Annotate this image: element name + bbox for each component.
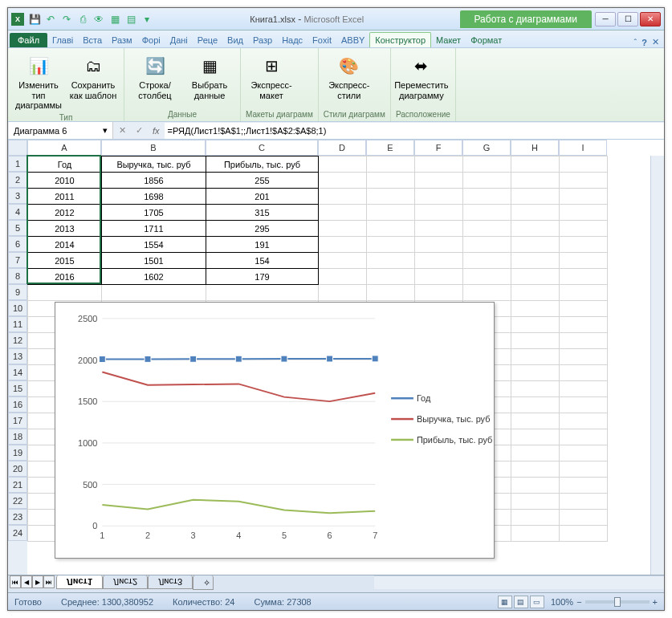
- cell[interactable]: [511, 494, 560, 510]
- row-header[interactable]: 15: [8, 380, 27, 396]
- cell[interactable]: [511, 189, 560, 205]
- cell[interactable]: [560, 365, 608, 381]
- cell[interactable]: 1705: [102, 205, 206, 221]
- cell[interactable]: 179: [206, 269, 319, 285]
- zoom-in-icon[interactable]: +: [653, 597, 658, 607]
- fx-icon[interactable]: fx: [148, 126, 165, 136]
- tab-review[interactable]: Реце: [193, 33, 222, 47]
- enter-icon[interactable]: ✓: [131, 125, 148, 136]
- row-header[interactable]: 14: [8, 364, 27, 380]
- tab-home[interactable]: Главі: [47, 33, 78, 47]
- cell[interactable]: Год: [28, 157, 102, 173]
- first-sheet-icon[interactable]: ⏮: [10, 575, 21, 588]
- cell[interactable]: [511, 205, 560, 221]
- cell[interactable]: [560, 397, 608, 413]
- col-header-c[interactable]: C: [206, 140, 318, 156]
- last-sheet-icon[interactable]: ⏭: [43, 575, 55, 588]
- row-header[interactable]: 18: [8, 429, 27, 445]
- cell[interactable]: [560, 526, 608, 542]
- cell[interactable]: [463, 157, 511, 173]
- cell[interactable]: [206, 285, 319, 301]
- cell[interactable]: [560, 429, 608, 445]
- col-header-b[interactable]: B: [101, 140, 206, 156]
- tab-foxit[interactable]: Foxit: [307, 33, 336, 47]
- sheet-tab-3[interactable]: Лист3: [148, 575, 193, 589]
- tab-format[interactable]: Формат: [466, 33, 507, 47]
- row-header[interactable]: 3: [8, 188, 27, 204]
- cell[interactable]: [560, 445, 608, 461]
- maximize-button[interactable]: ☐: [617, 12, 638, 26]
- cell[interactable]: [319, 189, 367, 205]
- cell[interactable]: 154: [206, 253, 319, 269]
- cancel-icon[interactable]: ✕: [114, 125, 131, 136]
- new-icon[interactable]: ▦: [108, 12, 122, 26]
- next-sheet-icon[interactable]: ▶: [32, 575, 43, 588]
- save-template-button[interactable]: 🗂Сохранить как шаблон: [67, 51, 119, 102]
- col-header-a[interactable]: A: [27, 140, 101, 156]
- cell[interactable]: [463, 269, 511, 285]
- save-icon[interactable]: 💾: [27, 12, 42, 26]
- cell[interactable]: [415, 205, 463, 221]
- cell[interactable]: [415, 237, 463, 253]
- cell[interactable]: [511, 301, 560, 317]
- zoom-control[interactable]: 100% − +: [551, 597, 658, 607]
- zoom-out-icon[interactable]: −: [576, 597, 581, 607]
- cell[interactable]: [560, 333, 608, 349]
- cell[interactable]: [319, 285, 367, 301]
- cell[interactable]: [319, 253, 367, 269]
- switch-row-col-button[interactable]: 🔄Строка/столбец: [129, 51, 181, 102]
- cell[interactable]: [367, 157, 415, 173]
- cell[interactable]: 315: [206, 205, 319, 221]
- col-header-e[interactable]: E: [366, 140, 414, 156]
- cell[interactable]: [511, 413, 560, 429]
- tab-file[interactable]: Файл: [10, 33, 47, 47]
- cell[interactable]: [560, 237, 608, 253]
- cell[interactable]: Выручка, тыс. руб: [102, 157, 206, 173]
- page-layout-icon[interactable]: ▤: [514, 596, 528, 608]
- cell[interactable]: Прибыль, тыс. руб: [206, 157, 319, 173]
- grid-area[interactable]: ГодВыручка, тыс. рубПрибыль, тыс. руб201…: [27, 156, 664, 575]
- cell[interactable]: [560, 317, 608, 333]
- vertical-scrollbar[interactable]: [650, 156, 664, 575]
- cell[interactable]: [511, 445, 560, 461]
- cell[interactable]: 1602: [102, 269, 206, 285]
- cell[interactable]: [511, 381, 560, 397]
- open-icon[interactable]: ▤: [124, 12, 138, 26]
- row-header[interactable]: 7: [8, 252, 27, 268]
- cell[interactable]: [560, 253, 608, 269]
- quick-layout-button[interactable]: ⊞Экспресс-макет: [246, 51, 297, 102]
- cell[interactable]: 1711: [102, 221, 206, 237]
- embedded-chart[interactable]: 050010001500200025001234567ГодВыручка, т…: [55, 302, 495, 559]
- cell[interactable]: [102, 285, 206, 301]
- cell[interactable]: [511, 429, 560, 445]
- cell[interactable]: [367, 253, 415, 269]
- cell[interactable]: [511, 253, 560, 269]
- cell[interactable]: [463, 237, 511, 253]
- sheet-nav-buttons[interactable]: ⏮◀▶⏭: [10, 575, 55, 588]
- tab-design[interactable]: Конструктор: [369, 32, 431, 47]
- col-header-g[interactable]: G: [462, 140, 511, 156]
- horizontal-scrollbar[interactable]: [374, 575, 664, 589]
- cell[interactable]: [560, 478, 608, 494]
- row-header[interactable]: 11: [8, 316, 27, 332]
- cell[interactable]: 295: [206, 221, 319, 237]
- tab-developer[interactable]: Разр: [248, 33, 277, 47]
- cell[interactable]: [415, 189, 463, 205]
- cell[interactable]: [511, 221, 560, 237]
- cell[interactable]: [560, 413, 608, 429]
- tab-view[interactable]: Вид: [222, 33, 248, 47]
- cell[interactable]: [511, 173, 560, 189]
- row-header[interactable]: 21: [8, 477, 27, 493]
- cell[interactable]: [367, 221, 415, 237]
- cell[interactable]: [511, 478, 560, 494]
- cell[interactable]: [560, 349, 608, 365]
- tab-layout[interactable]: Разм: [107, 33, 137, 47]
- cell[interactable]: [415, 285, 463, 301]
- move-chart-button[interactable]: ⬌Переместить диаграмму: [396, 51, 447, 102]
- row-header[interactable]: 1: [8, 156, 27, 172]
- tab-data[interactable]: Дані: [165, 33, 193, 47]
- cell[interactable]: [319, 221, 367, 237]
- row-header[interactable]: 12: [8, 332, 27, 348]
- row-header[interactable]: 17: [8, 413, 27, 429]
- cell[interactable]: [463, 205, 511, 221]
